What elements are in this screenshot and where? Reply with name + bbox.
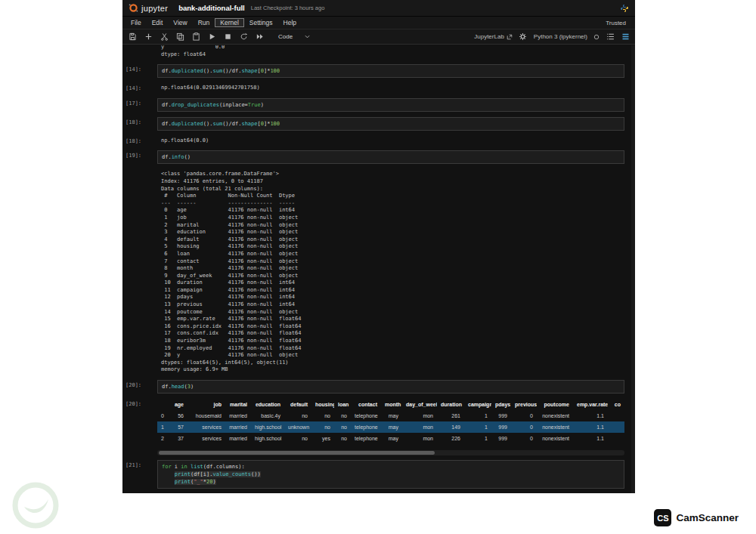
table-cell: 999 bbox=[491, 421, 511, 433]
copy-icon[interactable] bbox=[175, 32, 184, 42]
camscanner-logo-icon: CS bbox=[654, 509, 671, 526]
interrupt-kernel-icon[interactable] bbox=[223, 32, 232, 42]
code-input[interactable]: df.duplicated().sum()/df.shape[0]*100 bbox=[157, 117, 624, 131]
code-cell: [18]:df.duplicated().sum()/df.shape[0]*1… bbox=[122, 117, 631, 131]
code-token: (df.columns): bbox=[203, 464, 245, 470]
hamburger-menu-icon[interactable] bbox=[621, 32, 630, 42]
notebook-title[interactable]: bank-additional-full bbox=[178, 4, 245, 12]
table-cell: 0 bbox=[511, 421, 537, 433]
table-cell: nonexistent bbox=[537, 421, 573, 433]
code-line: df.info() bbox=[162, 153, 620, 161]
table-cell: nonexistent bbox=[537, 433, 573, 444]
column-header: co bbox=[608, 399, 624, 410]
table-cell: no bbox=[284, 433, 311, 444]
output-text: np.float64(0.02913469942701758) bbox=[157, 83, 624, 94]
table-cell: 37 bbox=[168, 433, 187, 444]
code-token: df. bbox=[232, 121, 242, 127]
table-cell: 1 bbox=[157, 421, 168, 433]
menu-edit[interactable]: Edit bbox=[147, 18, 169, 27]
code-token: head bbox=[172, 384, 184, 390]
table-cell: 999 bbox=[491, 410, 511, 421]
camscanner-branding: CS CamScanner bbox=[654, 509, 739, 526]
table-row[interactable]: 237servicesmarriedhigh.schoolnoyesnotele… bbox=[157, 433, 624, 444]
cell-main: df.head(3) bbox=[157, 380, 624, 394]
paste-icon[interactable] bbox=[191, 32, 200, 42]
run-icon[interactable] bbox=[207, 32, 216, 42]
code-input[interactable]: df.head(3) bbox=[157, 380, 624, 394]
column-header: marital bbox=[225, 399, 251, 410]
table-row[interactable]: 157servicesmarriedhigh.schoolunknownnono… bbox=[157, 421, 624, 433]
code-token: sum bbox=[212, 121, 222, 127]
chevron-down-icon bbox=[305, 34, 310, 39]
brand-name: jupyter bbox=[141, 4, 168, 13]
column-header: housing bbox=[311, 399, 334, 410]
save-icon[interactable] bbox=[128, 32, 137, 42]
output-cell: [14]:np.float64(0.02913469942701758) bbox=[122, 83, 631, 94]
menu-view[interactable]: View bbox=[168, 18, 192, 27]
restart-run-all-icon[interactable] bbox=[255, 32, 264, 42]
code-input[interactable]: df.drop_duplicates(inplace=True) bbox=[157, 98, 624, 112]
cell-type-dropdown[interactable]: Code bbox=[278, 33, 310, 40]
code-token: df. bbox=[162, 68, 172, 74]
execution-count: [19]: bbox=[122, 150, 157, 164]
cell-main: np.float64(0.02913469942701758) bbox=[157, 83, 624, 94]
table-cell: 1.1 bbox=[573, 410, 608, 421]
output-cell: [18]:np.float64(0.0) bbox=[122, 136, 631, 147]
vertical-scrollbar[interactable] bbox=[631, 45, 635, 493]
checkpoint-status: Last Checkpoint: 3 hours ago bbox=[251, 5, 325, 11]
code-token: duplicated bbox=[172, 121, 203, 127]
code-input[interactable]: for i in list(df.columns): print(df[i].v… bbox=[157, 460, 624, 489]
jupyter-brand[interactable]: jupyter bbox=[129, 3, 168, 13]
table-cell bbox=[608, 410, 624, 421]
table-cell: telephone bbox=[351, 433, 381, 444]
code-token: list bbox=[191, 464, 203, 470]
column-header: day_of_week bbox=[402, 399, 437, 410]
table-cell: high.school bbox=[251, 421, 284, 433]
execution-count: [20]: bbox=[122, 380, 157, 394]
code-token: shape bbox=[241, 68, 257, 74]
code-input[interactable]: df.duplicated().sum()/df.shape[0]*100 bbox=[157, 64, 624, 78]
table-cell: 999 bbox=[491, 433, 511, 444]
cell-main: np.float64(0.0) bbox=[157, 136, 624, 147]
cut-icon[interactable] bbox=[160, 32, 169, 42]
insert-cell-below-icon[interactable] bbox=[144, 32, 153, 42]
column-header: contact bbox=[351, 399, 381, 410]
table-of-contents-icon[interactable] bbox=[606, 32, 615, 42]
menu-file[interactable]: File bbox=[125, 18, 147, 27]
menu-settings[interactable]: Settings bbox=[244, 18, 278, 27]
output-text: np.float64(0.0) bbox=[157, 136, 624, 147]
horizontal-scrollbar[interactable] bbox=[157, 450, 624, 455]
execution-count: [18]: bbox=[122, 136, 157, 147]
execution-count: [18]: bbox=[122, 117, 157, 131]
open-in-jupyterlab-link[interactable]: JupyterLab bbox=[474, 33, 513, 40]
menu-run[interactable]: Run bbox=[193, 18, 215, 27]
scrollbar-thumb[interactable] bbox=[159, 451, 435, 455]
menu-kernel[interactable]: Kernel bbox=[215, 18, 244, 27]
code-token bbox=[162, 471, 175, 477]
table-cell: 1.1 bbox=[573, 421, 608, 433]
code-token: ()/ bbox=[222, 121, 232, 127]
table-cell: basic.4y bbox=[251, 410, 284, 421]
kernel-name[interactable]: Python 3 (ipykernel) bbox=[534, 33, 587, 40]
menu-help[interactable]: Help bbox=[278, 18, 302, 27]
code-token: ()) bbox=[251, 471, 261, 477]
gear-icon[interactable] bbox=[519, 32, 528, 42]
column-header: age bbox=[168, 399, 187, 410]
cell-type-value: Code bbox=[278, 33, 293, 40]
code-cell: [21]:for i in list(df.columns): print(df… bbox=[122, 460, 631, 489]
code-token: in bbox=[181, 464, 187, 470]
table-row[interactable]: 056housemaidmarriedbasic.4ynononotelepho… bbox=[157, 410, 624, 421]
table-cell: married bbox=[225, 410, 251, 421]
table-cell: mon bbox=[402, 433, 437, 444]
code-token: 100 bbox=[270, 68, 280, 74]
table-cell: may bbox=[381, 421, 402, 433]
code-token: df. bbox=[162, 102, 172, 108]
code-line: df.duplicated().sum()/df.shape[0]*100 bbox=[162, 120, 620, 128]
selection-highlight: print(df[i].value_counts()) bbox=[175, 471, 261, 477]
restart-kernel-icon[interactable] bbox=[239, 32, 248, 42]
column-header: previous bbox=[511, 399, 537, 410]
code-line: for i in list(df.columns): bbox=[162, 463, 620, 471]
code-input[interactable]: df.info() bbox=[157, 150, 624, 164]
cell-main: df.info() bbox=[157, 150, 624, 164]
selection-highlight: print("_"*20) bbox=[175, 479, 216, 485]
